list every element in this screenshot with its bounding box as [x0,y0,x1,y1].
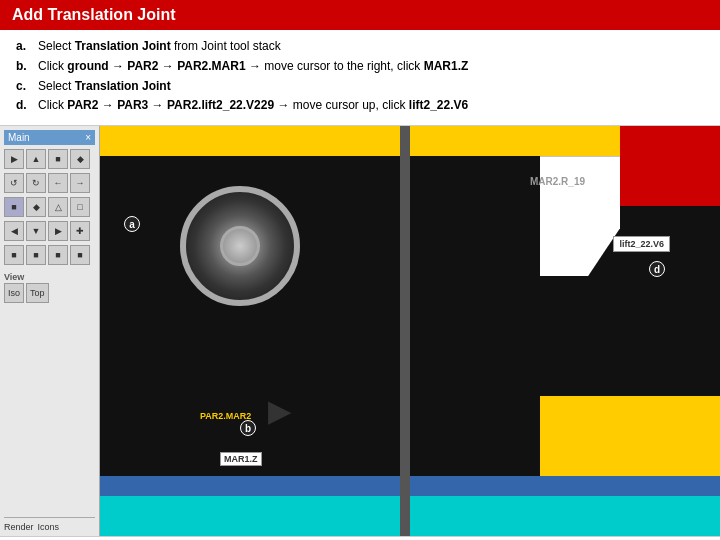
sidebar-icons-row-5: ■ ■ ■ ■ [4,245,95,265]
sidebar-icon-10[interactable]: ◆ [26,197,46,217]
sidebar-title-label: Main [8,132,30,143]
viewport: a PAR2.MAR2 b MAR1.Z ▶ [100,126,720,536]
right-yellow-bottom-right [540,396,720,476]
instruction-b-text: Click ground → PAR2 → PAR2.MAR1 → move c… [38,58,468,75]
instruction-b: b. Click ground → PAR2 → PAR2.MAR1 → mov… [16,58,704,75]
sidebar-icon-7[interactable]: ← [48,173,68,193]
sidebar-view-buttons: Iso Top [4,283,95,303]
left-blue-strip [100,476,400,496]
sidebar-icon-18[interactable]: ■ [26,245,46,265]
scene-divider [400,126,410,536]
sidebar-render-label: Render [4,522,34,532]
instruction-c-text: Select Translation Joint [38,78,171,95]
label-mar2r: MAR2.R_19 [530,176,585,187]
sidebar-close-btn[interactable]: × [85,132,91,143]
right-white-shape [540,156,620,276]
label-mar1z: MAR1.Z [220,452,262,466]
left-wheel-center [220,226,260,266]
instruction-b-label: b. [16,58,32,75]
sidebar-icon-19[interactable]: ■ [48,245,68,265]
sidebar-icon-12[interactable]: □ [70,197,90,217]
sidebar-icons-row-4: ◀ ▼ ▶ ✚ [4,221,95,241]
instruction-c: c. Select Translation Joint [16,78,704,95]
sidebar-icon-11[interactable]: △ [48,197,68,217]
sidebar-icons-row-2: ↺ ↻ ← → [4,173,95,193]
sidebar-icon-15[interactable]: ▶ [48,221,68,241]
label-par2mar2: PAR2.MAR2 [200,411,251,421]
right-cyan-bottom [410,496,720,536]
sidebar-icon-2[interactable]: ▲ [26,149,46,169]
marker-b: b [240,420,256,436]
sidebar-icon-14[interactable]: ▼ [26,221,46,241]
instruction-a-label: a. [16,38,32,55]
sidebar-icons-label: Icons [38,522,60,532]
page-header: Add Translation Joint [0,0,720,30]
sidebar-top-btn[interactable]: Top [26,283,49,303]
page-title: Add Translation Joint [12,6,176,23]
left-wheel [180,186,300,306]
instruction-c-label: c. [16,78,32,95]
sidebar-icon-3[interactable]: ■ [48,149,68,169]
main-content: Main × ▶ ▲ ■ ◆ ↺ ↻ ← → ■ ◆ △ □ ◀ ▼ ▶ ✚ [0,126,720,536]
sidebar-icons-row-1: ▶ ▲ ■ ◆ [4,149,95,169]
sidebar-title-bar: Main × [4,130,95,145]
instructions-panel: a. Select Translation Joint from Joint t… [0,30,720,126]
right-black-left [410,156,540,356]
footer: simulating REALITY™ ◀ ■ ▶ 6 MSC Software [0,536,720,540]
right-blue-strip [410,476,720,496]
instruction-a-text: Select Translation Joint from Joint tool… [38,38,281,55]
instruction-d: d. Click PAR2 → PAR3 → PAR2.lift2_22.V22… [16,97,704,114]
sidebar-icon-16[interactable]: ✚ [70,221,90,241]
sidebar-bottom: Render Icons [4,517,95,532]
sidebar-icon-9[interactable]: ■ [4,197,24,217]
sidebar-icon-17[interactable]: ■ [4,245,24,265]
instruction-d-text: Click PAR2 → PAR3 → PAR2.lift2_22.V229 →… [38,97,468,114]
left-cyan-bottom [100,496,400,536]
sidebar-icons-row-3: ■ ◆ △ □ [4,197,95,217]
scene-left: a PAR2.MAR2 b MAR1.Z ▶ [100,126,400,536]
sidebar-icon-8[interactable]: → [70,173,90,193]
sidebar-icon-20[interactable]: ■ [70,245,90,265]
right-red-top-right [620,126,720,206]
instruction-d-label: d. [16,97,32,114]
sidebar-section-view: View [4,272,95,282]
label-lift2: lift2_22.V6 [613,236,670,252]
left-yellow-top [100,126,400,156]
sidebar-icon-13[interactable]: ◀ [4,221,24,241]
sidebar-bottom-labels: Render Icons [4,522,95,532]
scene-right: MAR2.R_19 lift2_22.V6 d [410,126,720,536]
sidebar-icon-1[interactable]: ▶ [4,149,24,169]
sidebar-icon-6[interactable]: ↻ [26,173,46,193]
arrow-right: ▶ [268,395,290,428]
instruction-a: a. Select Translation Joint from Joint t… [16,38,704,55]
sidebar-icon-4[interactable]: ◆ [70,149,90,169]
sidebar-icon-5[interactable]: ↺ [4,173,24,193]
sidebar-iso-btn[interactable]: Iso [4,283,24,303]
sidebar-panel: Main × ▶ ▲ ■ ◆ ↺ ↻ ← → ■ ◆ △ □ ◀ ▼ ▶ ✚ [0,126,100,536]
